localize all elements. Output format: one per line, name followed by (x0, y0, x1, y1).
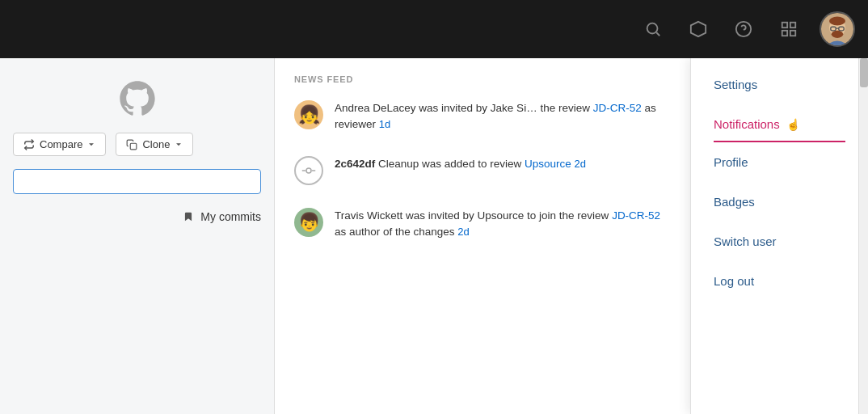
settings-menu-item[interactable]: Settings (691, 65, 868, 104)
list-item: 👧 Andrea DeLacey was invited by Jake Si…… (294, 100, 671, 133)
svg-point-13 (832, 31, 844, 38)
user-dropdown-menu: Settings Notifications ☝ Profile Badges … (690, 58, 868, 414)
clone-button[interactable]: Clone (116, 133, 193, 156)
list-item: 👦 Travis Wickett was invited by Upsource… (294, 208, 671, 241)
newsfeed-title: NEWS FEED (294, 74, 671, 84)
my-commits-button[interactable]: My commits (13, 207, 261, 226)
svg-point-20 (306, 168, 311, 173)
feed-text: 2c642df Cleanup was added to review Upso… (335, 156, 586, 172)
hexagon-icon[interactable] (684, 15, 713, 44)
list-item: 2c642df Cleanup was added to review Upso… (294, 156, 671, 185)
svg-line-1 (656, 32, 659, 36)
svg-rect-8 (782, 31, 787, 36)
feed-text: Travis Wickett was invited by Upsource t… (335, 208, 671, 241)
switch-user-menu-item[interactable]: Switch user (691, 222, 868, 261)
svg-marker-2 (691, 22, 706, 36)
newsfeed: NEWS FEED 👧 Andrea DeLacey was invited b… (275, 58, 690, 414)
topbar (0, 0, 868, 58)
my-commits-label: My commits (200, 210, 261, 223)
scrollbar-track[interactable] (858, 58, 868, 414)
user-avatar[interactable] (820, 11, 855, 47)
main-content: Compare Clone My commits NEWS FEED 👧 (0, 58, 868, 414)
badges-menu-item[interactable]: Badges (691, 182, 868, 222)
clone-label: Clone (142, 138, 170, 150)
avatar: 👧 (294, 100, 323, 129)
svg-point-0 (647, 23, 658, 34)
notifications-menu-item[interactable]: Notifications ☝ (691, 104, 868, 142)
compare-label: Compare (40, 138, 82, 150)
github-logo (13, 78, 261, 120)
svg-rect-7 (790, 31, 795, 36)
grid-icon[interactable] (774, 15, 803, 44)
profile-menu-item[interactable]: Profile (691, 142, 868, 182)
commit-icon (294, 156, 323, 185)
cursor-indicator: ☝ (786, 118, 800, 131)
svg-rect-18 (131, 143, 137, 150)
sidebar-actions: Compare Clone (13, 133, 261, 156)
svg-marker-19 (177, 143, 182, 146)
search-icon[interactable] (638, 15, 668, 44)
sidebar: Compare Clone My commits (0, 58, 275, 414)
svg-point-12 (829, 17, 845, 26)
svg-marker-17 (90, 143, 95, 146)
feed-text: Andrea DeLacey was invited by Jake Si… t… (335, 100, 671, 133)
svg-rect-5 (782, 23, 787, 27)
compare-button[interactable]: Compare (13, 133, 106, 156)
scrollbar-thumb[interactable] (860, 58, 868, 87)
logout-menu-item[interactable]: Log out (691, 261, 868, 301)
help-icon[interactable] (729, 15, 758, 44)
svg-rect-6 (790, 23, 795, 27)
search-input[interactable] (13, 169, 261, 194)
avatar: 👦 (294, 208, 323, 237)
